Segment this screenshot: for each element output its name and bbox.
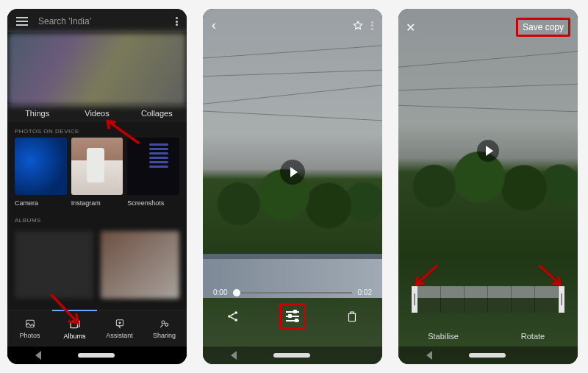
progress-bar-row: 0:00 0:02 — [213, 288, 372, 296]
svg-point-5 — [228, 315, 231, 318]
back-icon[interactable]: ‹ — [212, 18, 216, 33]
sharing-icon — [159, 318, 171, 330]
photo-icon — [24, 318, 36, 330]
share-icon — [226, 309, 240, 324]
editor-top-bar: ✕ Save copy — [398, 13, 578, 41]
nav-sharing[interactable]: Sharing — [142, 310, 187, 347]
folder-thumb — [15, 138, 67, 195]
screen-video-player: ‹ 0:00 0:02 — [203, 9, 382, 364]
trim-handle-right[interactable] — [559, 286, 564, 313]
close-icon[interactable]: ✕ — [406, 21, 415, 35]
category-thumbnails-row — [7, 32, 187, 106]
bottom-nav: Photos Albums Assistant Sharing — [7, 310, 187, 347]
android-nav-bar — [7, 347, 187, 364]
svg-rect-1 — [71, 322, 77, 327]
home-button[interactable] — [469, 353, 506, 358]
album-thumb[interactable] — [101, 231, 179, 299]
svg-point-7 — [234, 319, 237, 322]
time-current: 0:00 — [213, 288, 227, 296]
seek-bar[interactable] — [233, 292, 351, 294]
recents-button[interactable] — [151, 352, 159, 359]
android-nav-bar — [203, 347, 382, 364]
svg-point-4 — [165, 323, 168, 326]
assistant-icon — [114, 318, 126, 330]
home-button[interactable] — [78, 353, 115, 358]
category-videos[interactable]: Videos — [67, 109, 126, 118]
folder-thumb — [71, 138, 123, 195]
delete-button[interactable] — [339, 303, 365, 330]
edit-options: Stabilise Rotate — [398, 332, 578, 341]
svg-point-6 — [234, 311, 237, 314]
search-input[interactable]: Search 'India' — [38, 16, 165, 26]
category-things[interactable]: Things — [7, 109, 67, 118]
folder-camera[interactable]: Camera — [15, 138, 67, 208]
nav-photos[interactable]: Photos — [7, 310, 52, 347]
back-button[interactable] — [426, 351, 432, 360]
albums-icon — [69, 319, 81, 330]
timeline-frames — [417, 286, 559, 313]
overflow-menu-icon[interactable] — [371, 21, 373, 30]
nav-assistant[interactable]: Assistant — [97, 310, 142, 347]
option-stabilise[interactable]: Stabilise — [398, 332, 488, 341]
folder-thumb — [127, 138, 179, 195]
time-total: 0:02 — [358, 288, 372, 296]
play-icon — [486, 146, 493, 156]
trim-timeline[interactable] — [412, 286, 564, 313]
share-button[interactable] — [220, 303, 246, 330]
play-button[interactable] — [280, 160, 305, 185]
screen-video-editor: ✕ Save copy Stabilise Rotate — [398, 9, 578, 364]
trash-icon — [345, 309, 359, 324]
android-nav-bar — [398, 347, 578, 364]
trim-handle-left[interactable] — [412, 286, 417, 313]
home-button[interactable] — [273, 353, 310, 358]
album-thumb[interactable] — [15, 231, 93, 299]
overflow-menu-icon[interactable] — [176, 17, 178, 26]
option-rotate[interactable]: Rotate — [488, 332, 578, 341]
category-collages[interactable]: Collages — [127, 109, 187, 118]
player-top-bar: ‹ — [203, 13, 382, 38]
section-label-device: PHOTOS ON DEVICE — [7, 122, 187, 138]
edit-button[interactable] — [279, 303, 306, 330]
folder-label: Screenshots — [127, 195, 179, 208]
tune-icon — [286, 311, 299, 322]
nav-albums[interactable]: Albums — [52, 310, 97, 347]
folder-instagram[interactable]: Instagram — [71, 138, 123, 208]
player-actions — [203, 299, 382, 333]
save-copy-button[interactable]: Save copy — [516, 18, 570, 37]
svg-point-3 — [162, 321, 165, 324]
screen-albums: Search 'India' Things Videos Collages PH… — [7, 9, 187, 364]
albums-row — [7, 227, 187, 303]
play-button[interactable] — [477, 140, 499, 162]
recents-button[interactable] — [347, 352, 354, 359]
back-button[interactable] — [231, 351, 237, 360]
folder-label: Instagram — [71, 195, 123, 208]
category-labels: Things Videos Collages — [7, 104, 187, 122]
section-label-albums: ALBUMS — [7, 211, 187, 227]
folder-screenshots[interactable]: Screenshots — [127, 138, 179, 208]
app-bar: Search 'India' — [7, 9, 187, 32]
play-icon — [290, 167, 298, 177]
recents-button[interactable] — [542, 352, 550, 359]
device-folders-row: Camera Instagram Screenshots — [7, 138, 187, 211]
folder-label: Camera — [15, 195, 67, 208]
menu-icon[interactable] — [16, 17, 28, 26]
favorite-icon[interactable] — [352, 20, 364, 32]
back-button[interactable] — [35, 351, 41, 360]
